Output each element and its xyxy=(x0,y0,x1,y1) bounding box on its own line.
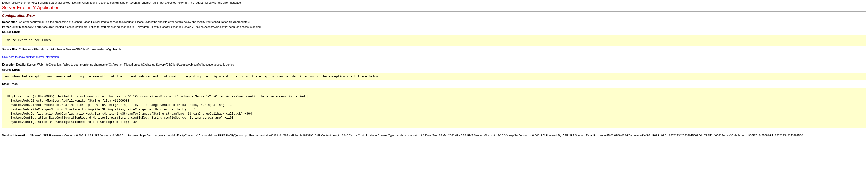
source-error-block: [No relevant source lines] xyxy=(2,35,866,46)
parser-error-label: Parser Error Message: xyxy=(2,25,32,28)
parser-error-text: An error occurred loading a configuratio… xyxy=(32,25,261,28)
stack-trace-label: Stack Trace: xyxy=(2,82,19,86)
parser-error-row: Parser Error Message: An error occurred … xyxy=(2,25,866,28)
version-row: Version Information: Microsoft .NET Fram… xyxy=(2,134,866,137)
exception-details-row: Exception Details: System.Web.HttpExcept… xyxy=(2,63,866,66)
source-error-label-row: Source Error: xyxy=(2,30,866,33)
line-value: 0 xyxy=(118,48,121,51)
stack-trace-label-row: Stack Trace: xyxy=(2,82,866,86)
source-file-text: C:\Program Files\Microsoft\Exchange Serv… xyxy=(18,48,111,51)
description-label: Description: xyxy=(2,20,18,23)
exception-details-text: System.Web.HttpException: Failed to star… xyxy=(26,63,235,66)
line-label: Line: xyxy=(111,48,118,51)
stack-trace-block: [HttpException (0x80070005): Failed to s… xyxy=(2,88,866,128)
exception-details-label: Exception Details: xyxy=(2,63,26,66)
server-error-title: Server Error in '/' Application. xyxy=(2,5,866,10)
source-file-row: Source File: C:\Program Files\Microsoft\… xyxy=(2,48,866,51)
source-error2-label: Source Error: xyxy=(2,68,20,71)
show-additional-error-link[interactable]: Click here to show additional error info… xyxy=(2,55,60,58)
configuration-error-title: Configuration Error xyxy=(2,14,866,18)
source-error-label: Source Error: xyxy=(2,30,20,33)
description-row: Description: An error occurred during th… xyxy=(2,20,866,23)
source-error2-block: An unhandled exception was generated dur… xyxy=(2,73,866,80)
title-divider xyxy=(2,11,866,12)
version-label: Version Information: xyxy=(2,134,29,137)
description-text: An error occurred during the processing … xyxy=(18,20,250,23)
source-file-label: Source File: xyxy=(2,48,18,51)
source-error2-label-row: Source Error: xyxy=(2,68,866,71)
version-text: Microsoft .NET Framework Version:4.0.303… xyxy=(29,134,803,137)
export-error-line: Export failed with error type: 'FailedTo… xyxy=(2,1,866,4)
